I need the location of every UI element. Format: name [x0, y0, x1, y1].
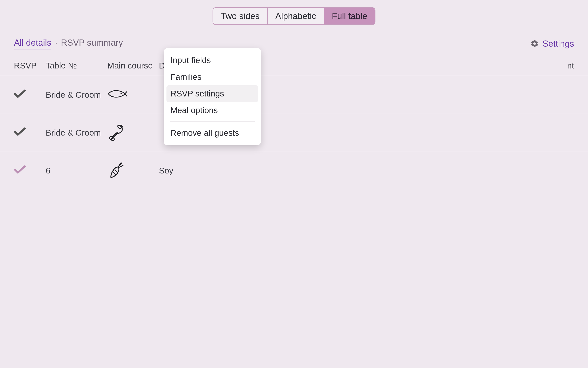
menu-separator — [170, 121, 255, 122]
table-row[interactable]: Bride & Groom — [0, 76, 588, 114]
check-icon — [14, 89, 26, 99]
subnav-bar: All details · RSVP summary Settings — [0, 25, 588, 55]
svg-point-0 — [121, 93, 122, 94]
menu-item-meal-options[interactable]: Meal options — [166, 102, 258, 119]
tab-rsvp-summary[interactable]: RSVP summary — [61, 38, 123, 48]
cell-main-course — [107, 85, 159, 105]
cell-table-no: 6 — [46, 166, 107, 175]
menu-item-input-fields[interactable]: Input fields — [166, 52, 258, 69]
view-segmented-control: Two sides Alphabetic Full table — [0, 0, 588, 25]
subnav-tabs: All details · RSVP summary — [14, 38, 123, 49]
menu-item-remove-all-guests[interactable]: Remove all guests — [166, 125, 258, 141]
table-header: RSVP Table № Main course D nt — [0, 55, 588, 76]
table-row[interactable]: 6 Soy — [0, 152, 588, 190]
guest-table: RSVP Table № Main course D nt Bride & Gr… — [0, 55, 588, 190]
column-header-main-course: Main course — [107, 61, 159, 71]
segment-full-table[interactable]: Full table — [324, 8, 375, 24]
cell-main-course — [107, 123, 159, 143]
cell-table-no: Bride & Groom — [46, 128, 107, 138]
settings-button[interactable]: Settings — [530, 39, 574, 49]
menu-item-rsvp-settings[interactable]: RSVP settings — [166, 85, 258, 102]
cell-dietary: Soy — [159, 166, 260, 175]
carrot-icon — [107, 161, 125, 179]
settings-label: Settings — [542, 39, 574, 49]
subnav-separator: · — [55, 38, 57, 48]
gear-icon — [530, 39, 539, 48]
table-row[interactable]: Bride & Groom — [0, 114, 588, 152]
menu-item-families[interactable]: Families — [166, 69, 258, 85]
column-header-trailing-partial: nt — [260, 61, 574, 71]
cell-rsvp — [14, 89, 46, 101]
cell-table-no: Bride & Groom — [46, 90, 107, 100]
segmented-control: Two sides Alphabetic Full table — [213, 7, 375, 25]
column-header-table-no: Table № — [46, 61, 107, 71]
fish-icon — [107, 85, 127, 103]
column-header-rsvp: RSVP — [14, 61, 46, 71]
settings-menu: Input fields Families RSVP settings Meal… — [164, 48, 261, 145]
meat-icon — [107, 123, 125, 141]
cell-main-course — [107, 161, 159, 181]
segment-alphabetic[interactable]: Alphabetic — [268, 8, 324, 24]
tab-all-details[interactable]: All details — [14, 38, 51, 49]
segment-two-sides[interactable]: Two sides — [213, 8, 268, 24]
svg-point-2 — [111, 138, 114, 141]
check-icon — [14, 127, 26, 137]
check-icon — [14, 165, 26, 175]
cell-rsvp — [14, 165, 46, 176]
cell-rsvp — [14, 127, 46, 138]
